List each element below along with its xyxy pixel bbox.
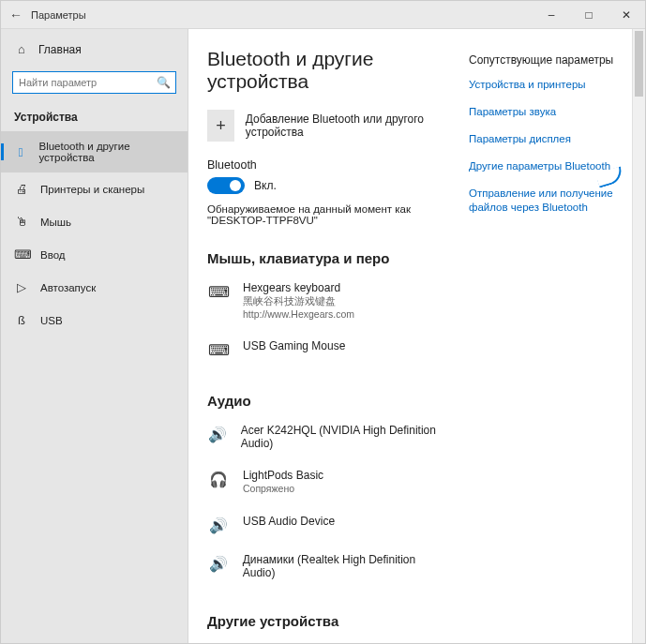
sidebar-item-label: Ввод xyxy=(40,249,66,261)
scrollbar-thumb[interactable] xyxy=(635,31,643,97)
related-link-sound[interactable]: Параметры звука xyxy=(469,105,623,119)
window-title: Параметры xyxy=(31,9,533,21)
keyboard-icon: ⌨ xyxy=(207,281,230,301)
related-panel: Сопутствующие параметры Устройства и при… xyxy=(463,29,632,643)
related-link-devices-printers[interactable]: Устройства и принтеры xyxy=(469,78,623,92)
sidebar-item-label: Автозапуск xyxy=(40,282,96,293)
search-icon: 🔍 xyxy=(157,76,171,89)
device-name: LightPods Basic xyxy=(243,469,323,482)
close-button[interactable]: ✕ xyxy=(608,8,645,22)
usb-icon: ß xyxy=(14,313,29,327)
plus-icon: + xyxy=(207,110,234,142)
device-name: USB Audio Device xyxy=(243,515,335,528)
related-link-send-receive[interactable]: Отправление или получение файлов через B… xyxy=(469,187,623,215)
home-label: Главная xyxy=(38,43,82,56)
section-title: Другие устройства xyxy=(207,613,448,629)
device-name: Acer K242HQL (NVIDIA High Definition Aud… xyxy=(241,424,448,450)
keyboard-icon: ⌨ xyxy=(207,339,230,359)
related-link-more-bluetooth[interactable]: Другие параметры Bluetooth xyxy=(469,159,623,173)
device-name: Hexgears keyboard xyxy=(243,281,354,294)
sidebar-section-title: Устройства xyxy=(1,103,188,131)
minimize-button[interactable]: – xyxy=(533,8,570,22)
autoplay-icon: ▷ xyxy=(14,280,29,294)
sidebar-item-usb[interactable]: ß USB xyxy=(1,304,188,337)
section-title: Мышь, клавиатура и перо xyxy=(207,250,448,266)
device-sub: Сопряжено xyxy=(243,482,323,495)
main-panel: Bluetooth и другие устройства + Добавлен… xyxy=(188,29,645,643)
sidebar: ⌂ Главная 🔍 Устройства ︎ Bluetooth и др… xyxy=(1,29,188,643)
device-row[interactable]: 🔊 USB Audio Device xyxy=(207,509,448,547)
toggle-state-label: Вкл. xyxy=(254,179,277,192)
main-scroll-area: Bluetooth и другие устройства + Добавлен… xyxy=(188,29,463,643)
add-device-button[interactable]: + Добавление Bluetooth или другого устро… xyxy=(207,110,448,142)
section-audio: Аудио 🔊 Acer K242HQL (NVIDIA High Defini… xyxy=(207,393,448,592)
bluetooth-label: Bluetooth xyxy=(207,158,448,172)
discoverable-text: Обнаруживаемое на данный момент как "DES… xyxy=(207,203,448,226)
device-row[interactable]: ⌨ Hexgears keyboard 黑峡谷科技游戏键盘 http://www… xyxy=(207,276,448,334)
speaker-icon: 🔊 xyxy=(207,515,230,534)
device-row[interactable]: ⌨ USB Gaming Mouse xyxy=(207,334,448,372)
maximize-button[interactable]: □ xyxy=(570,8,608,22)
search-input[interactable] xyxy=(12,71,176,94)
sidebar-item-bluetooth[interactable]: ︎ Bluetooth и другие устройства xyxy=(1,131,188,172)
device-row[interactable]: 🎧 LightPods Basic Сопряжено xyxy=(207,463,448,508)
device-sub: 黑峡谷科技游戏键盘 xyxy=(243,294,354,307)
related-link-display[interactable]: Параметры дисплея xyxy=(469,132,623,146)
sidebar-item-mouse[interactable]: 🖱 Мышь xyxy=(1,205,188,238)
titlebar: ← Параметры – □ ✕ xyxy=(1,1,645,29)
sidebar-item-label: Принтеры и сканеры xyxy=(40,184,144,195)
sidebar-item-label: USB xyxy=(40,315,63,326)
back-button[interactable]: ← xyxy=(1,7,31,22)
sidebar-item-typing[interactable]: ⌨ Ввод xyxy=(1,238,188,271)
section-mouse-keyboard: Мышь, клавиатура и перо ⌨ Hexgears keybo… xyxy=(207,250,448,372)
device-row[interactable]: 🖥 Acer K242HQL xyxy=(207,638,448,643)
related-heading: Сопутствующие параметры xyxy=(469,53,623,67)
page-title: Bluetooth и другие устройства xyxy=(207,48,448,93)
keyboard-icon: ⌨ xyxy=(14,247,29,262)
device-name: Динамики (Realtek High Definition Audio) xyxy=(243,553,448,579)
section-other-devices: Другие устройства 🖥 Acer K242HQL ❂ BT DO… xyxy=(207,613,448,643)
section-title: Аудио xyxy=(207,393,448,409)
device-row[interactable]: 🔊 Acer K242HQL (NVIDIA High Definition A… xyxy=(207,418,448,463)
device-row[interactable]: 🔊 Динамики (Realtek High Definition Audi… xyxy=(207,547,448,592)
sidebar-item-label: Мышь xyxy=(40,217,71,228)
headphones-icon: 🎧 xyxy=(207,469,230,488)
vertical-scrollbar[interactable] xyxy=(632,29,645,643)
bluetooth-toggle[interactable] xyxy=(207,177,245,194)
sidebar-item-autoplay[interactable]: ▷ Автозапуск xyxy=(1,271,188,304)
home-link[interactable]: ⌂ Главная xyxy=(1,35,188,64)
sidebar-item-printers[interactable]: 🖨 Принтеры и сканеры xyxy=(1,172,188,205)
device-sub: http://www.Hexgears.com xyxy=(243,307,354,321)
device-name: USB Gaming Mouse xyxy=(243,339,345,352)
speaker-icon: 🔊 xyxy=(207,553,230,573)
content-area: ⌂ Главная 🔍 Устройства ︎ Bluetooth и др… xyxy=(1,29,645,643)
sidebar-item-label: Bluetooth и другие устройства xyxy=(38,141,174,163)
add-device-label: Добавление Bluetooth или другого устройс… xyxy=(246,112,448,139)
bluetooth-icon: ︎ xyxy=(14,145,27,159)
printer-icon: 🖨 xyxy=(14,182,29,196)
speaker-icon: 🔊 xyxy=(207,424,228,443)
home-icon: ⌂ xyxy=(14,42,29,56)
mouse-icon: 🖱 xyxy=(14,215,29,229)
